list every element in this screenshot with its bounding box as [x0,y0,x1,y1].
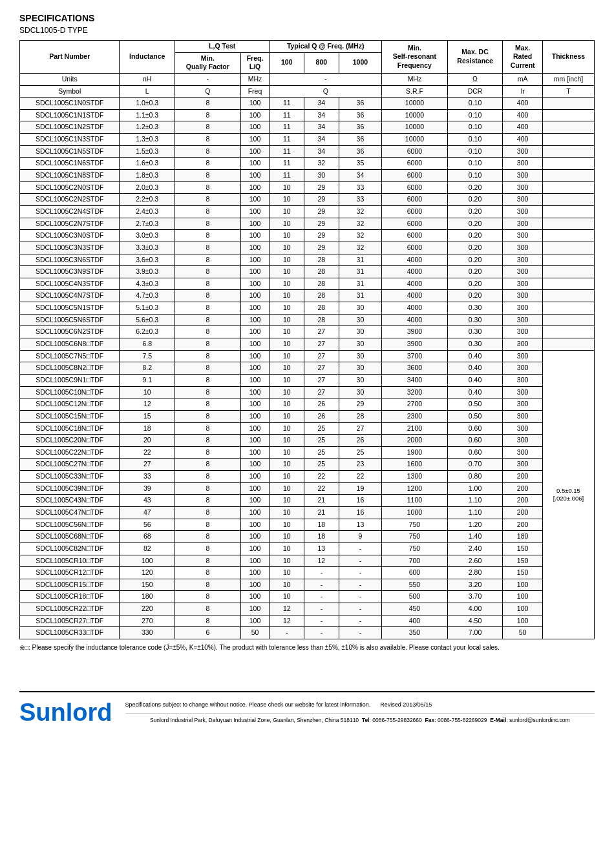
cell-q100: 10 [270,242,304,254]
cell-part-number: SDCL1005C18N□TDF [20,422,120,435]
cell-srf: 3900 [382,338,448,351]
cell-inductance: 18 [120,422,175,435]
cell-min-q: 6 [175,627,241,639]
cell-current: 100 [503,603,543,615]
cell-dcr: 0.10 [447,109,503,121]
cell-min-q: 8 [175,242,241,254]
cell-current: 300 [503,302,543,315]
cell-current: 200 [503,506,543,519]
cell-q800: 18 [304,531,339,543]
cell-q100: 10 [270,519,304,531]
cell-dcr: 0.20 [447,266,503,278]
cell-srf: 2100 [382,422,448,435]
cell-q1000: - [339,542,381,555]
cell-srf: 1300 [382,471,448,483]
cell-inductance: 6.8 [120,338,175,351]
cell-q800: - [304,579,339,591]
cell-q800: 34 [304,145,339,158]
cell-srf: 3600 [382,362,448,375]
cell-part-number: SDCL1005C3N9STDF [20,266,120,278]
cell-part-number: SDCL1005C6N2STDF [20,326,120,338]
cell-q1000: 31 [339,278,381,290]
table-row: SDCL1005C1N6STDF1.6±0.3810011323560000.1… [20,158,595,170]
cell-q1000: 33 [339,181,381,194]
cell-current: 300 [503,266,543,278]
cell-part-number: SDCL1005C1N6STDF [20,158,120,170]
cell-current: 300 [503,290,543,302]
cell-current: 150 [503,567,543,579]
cell-srf: 4000 [382,278,448,290]
cell-min-q: 8 [175,555,241,567]
cell-dcr: 0.40 [447,374,503,386]
cell-part-number: SDCL1005C33N□TDF [20,471,120,483]
cell-dcr: 0.10 [447,170,503,182]
table-row: SDCL1005C1N8STDF1.8±0.3810011303460000.1… [20,170,595,182]
cell-q1000: 36 [339,98,381,110]
cell-part-number: SDCL1005C4N7STDF [20,290,120,302]
cell-q800: 27 [304,350,339,362]
cell-min-q: 8 [175,398,241,411]
brand-address: Sunlord Industrial Park, Dafuyuan Indust… [150,717,359,723]
cell-q100: 11 [270,158,304,170]
units-dcr: Ω [447,73,503,85]
cell-part-number: SDCL1005C3N0STDF [20,230,120,242]
cell-dcr: 3.70 [447,591,503,603]
cell-min-q: 8 [175,386,241,398]
cell-q800: 29 [304,230,339,242]
cell-q1000: 30 [339,302,381,315]
cell-dcr: 0.10 [447,145,503,158]
cell-srf: 6000 [382,218,448,230]
cell-part-number: SDCL1005C4N3STDF [20,278,120,290]
table-row: SDCL1005C1N1STDF1.1±0.38100113436100000.… [20,109,595,121]
cell-dcr: 0.30 [447,302,503,315]
table-row: SDCL1005C1N3STDF1.3±0.38100113436100000.… [20,134,595,146]
cell-thickness-empty [542,98,594,110]
cell-part-number: SDCL1005C9N1□TDF [20,374,120,386]
cell-part-number: SDCL1005CR18□TDF [20,591,120,603]
cell-part-number: SDCL1005C2N7STDF [20,218,120,230]
cell-current: 300 [503,218,543,230]
specifications-table: Part Number Inductance L,Q Test Typical … [19,40,595,639]
cell-dcr: 0.40 [447,386,503,398]
cell-q100: 10 [270,542,304,555]
cell-q800: 21 [304,506,339,519]
cell-min-q: 8 [175,145,241,158]
cell-srf: 500 [382,591,448,603]
cell-min-q: 8 [175,98,241,110]
cell-q800: 25 [304,459,339,471]
cell-srf: 10000 [382,109,448,121]
cell-inductance: 39 [120,482,175,495]
cell-freq: 100 [240,374,270,386]
cell-current: 400 [503,109,543,121]
cell-freq: 100 [240,170,270,182]
cell-part-number: SDCL1005CR33□TDF [20,627,120,639]
cell-min-q: 8 [175,218,241,230]
cell-q800: 21 [304,495,339,507]
cell-q100: 10 [270,482,304,495]
cell-min-q: 8 [175,495,241,507]
cell-min-q: 8 [175,410,241,422]
cell-thickness-empty [542,338,594,351]
cell-inductance: 220 [120,603,175,615]
table-row: SDCL1005C20N□TDF20810010252620000.60300 [20,435,595,447]
cell-freq: 100 [240,350,270,362]
cell-thickness-value: 0.5±0.15 [.020±.006] [542,350,594,639]
table-row: SDCL1005CR33□TDF330650---3507.0050 [20,627,595,639]
cell-current: 300 [503,194,543,206]
cell-inductance: 5.6±0.3 [120,314,175,326]
cell-dcr: 2.80 [447,567,503,579]
cell-freq: 100 [240,398,270,411]
table-row: SDCL1005C3N0STDF3.0±0.3810010293260000.2… [20,230,595,242]
cell-dcr: 1.20 [447,519,503,531]
cell-freq: 100 [240,386,270,398]
cell-q1000: 36 [339,134,381,146]
cell-current: 300 [503,459,543,471]
cell-current: 100 [503,579,543,591]
table-row: SDCL1005C18N□TDF18810010252721000.60300 [20,422,595,435]
footer-note: ※□: Please specify the inductance tolera… [19,643,595,652]
units-current: mA [503,73,543,85]
cell-inductance: 2.0±0.3 [120,181,175,194]
cell-freq: 100 [240,266,270,278]
cell-q800: 29 [304,194,339,206]
table-row: SDCL1005C2N2STDF2.2±0.3810010293360000.2… [20,194,595,206]
